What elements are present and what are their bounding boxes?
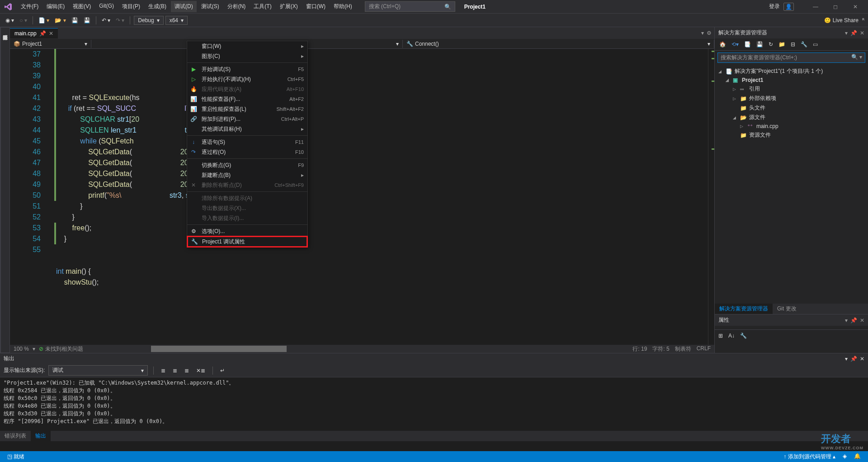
menu-file[interactable]: 文件(F): [17, 1, 42, 12]
menu-view[interactable]: 视图(V): [69, 1, 94, 12]
close-button[interactable]: ✕: [846, 0, 864, 13]
indent-mode[interactable]: 制表符: [675, 345, 691, 353]
menu-item[interactable]: ↓逐语句(S)F11: [187, 137, 307, 147]
sync-icon[interactable]: ⟲▾: [730, 40, 741, 48]
menu-extensions[interactable]: 扩展(X): [276, 1, 302, 12]
pin-icon[interactable]: 📌: [850, 356, 857, 362]
headers-node[interactable]: 📁头文件: [715, 103, 868, 113]
close-panel-icon[interactable]: ✕: [860, 30, 864, 36]
panel-dropdown-icon[interactable]: ▾: [845, 317, 848, 324]
project-node[interactable]: ◢▣Project1: [715, 76, 868, 84]
file-tab-main[interactable]: main.cpp 📌 ✕: [10, 28, 58, 38]
repo-icon[interactable]: ◈: [839, 453, 850, 461]
git-changes-tab[interactable]: Git 更改: [773, 304, 801, 314]
menu-analyze[interactable]: 分析(N): [224, 1, 250, 12]
references-node[interactable]: ▷▫▫引用: [715, 84, 868, 94]
goto-icon[interactable]: ≣: [159, 367, 167, 375]
add-source-control[interactable]: ↑ 添加到源代码管理 ▴: [780, 453, 839, 461]
next-icon[interactable]: ≣: [183, 367, 191, 375]
login-button[interactable]: 登录: [769, 3, 780, 10]
menu-item[interactable]: ▶开始调试(S)F5: [187, 64, 307, 74]
menu-item[interactable]: 切换断点(G)F9: [187, 160, 307, 170]
panel-dropdown-icon[interactable]: ▾: [845, 356, 848, 362]
prev-icon[interactable]: ≣: [171, 367, 179, 375]
menu-item[interactable]: 新建断点(B)▸: [187, 170, 307, 180]
show-all-icon[interactable]: 📁: [777, 40, 787, 48]
refresh-icon[interactable]: ↻: [767, 40, 775, 48]
user-icon[interactable]: 👤: [783, 3, 794, 11]
save-button[interactable]: 💾: [70, 16, 80, 24]
eol-mode[interactable]: CRLF: [697, 345, 711, 353]
menu-window[interactable]: 窗口(W): [302, 1, 329, 12]
main-cpp-node[interactable]: ▷⁺⁺main.cpp: [715, 122, 868, 130]
menu-item[interactable]: 🔗附加到进程(P)...Ctrl+Alt+P: [187, 114, 307, 124]
branch-icon[interactable]: 📑: [742, 40, 753, 48]
server-explorer-tab[interactable]: 服务器资源管理器: [0, 27, 10, 353]
menu-project[interactable]: 项目(P): [118, 1, 144, 12]
dropdown-icon[interactable]: ▾: [701, 30, 704, 36]
close-panel-icon[interactable]: ✕: [860, 356, 864, 362]
pin-icon[interactable]: 📌: [850, 30, 857, 36]
clear-icon[interactable]: ✕≣: [194, 367, 207, 375]
code-editor[interactable]: 37383940414243444546474849505152535455 r…: [10, 49, 714, 345]
nav-project-combo[interactable]: 📦 Project1▾: [10, 40, 91, 48]
close-tab-icon[interactable]: ✕: [49, 30, 53, 37]
minimize-button[interactable]: —: [807, 0, 825, 13]
output-body[interactable]: "Project1.exe"(Win32): 已加载 "C:\Windows\S…: [0, 377, 868, 431]
gear-icon[interactable]: ⚙: [707, 30, 712, 36]
output-source-combo[interactable]: 调试▾: [48, 365, 148, 376]
undo-button[interactable]: ↶ ▾: [100, 16, 112, 24]
nav-fwd-button[interactable]: ○ ▾: [18, 16, 29, 24]
menu-edit[interactable]: 编辑(E): [43, 1, 68, 12]
menu-build[interactable]: 生成(B): [145, 1, 170, 12]
menu-item[interactable]: ↷逐过程(O)F10: [187, 147, 307, 157]
open-button[interactable]: 📂 ▾: [53, 16, 67, 24]
properties-icon[interactable]: 🔧: [799, 40, 809, 48]
platform-combo[interactable]: x64 ▾: [165, 16, 188, 25]
external-deps-node[interactable]: ▷📁外部依赖项: [715, 94, 868, 103]
outline-margin[interactable]: [46, 49, 54, 345]
output-tab[interactable]: 输出: [31, 431, 51, 441]
solution-search[interactable]: 搜索解决方案资源管理器(Ctrl+;) 🔍 ▾: [717, 52, 865, 63]
resources-node[interactable]: 📁资源文件: [715, 130, 868, 140]
menu-item[interactable]: ⚙选项(O)...: [187, 226, 307, 236]
pin-icon[interactable]: 📌: [850, 317, 857, 324]
menu-item[interactable]: 📊性能探查器(F)...Alt+F2: [187, 94, 307, 104]
feedback-icon[interactable]: ᴿ: [862, 17, 864, 24]
save-icon[interactable]: 💾: [755, 40, 765, 48]
save-all-button[interactable]: 💾: [82, 16, 92, 24]
search-box[interactable]: 搜索 (Ctrl+Q) 🔍: [365, 1, 455, 12]
error-list-tab[interactable]: 错误列表: [0, 431, 31, 441]
wrench-icon[interactable]: 🔧: [738, 332, 749, 340]
new-project-button[interactable]: 📄 ▾: [37, 16, 51, 24]
home-icon[interactable]: 🏠: [717, 40, 728, 48]
panel-dropdown-icon[interactable]: ▾: [845, 30, 848, 36]
collapse-icon[interactable]: ⊟: [789, 40, 797, 48]
menu-item[interactable]: 其他调试目标(H)▸: [187, 124, 307, 134]
preview-icon[interactable]: ▭: [811, 40, 820, 48]
nav-member-combo[interactable]: 🔧 Connect()▾: [403, 40, 714, 48]
alpha-icon[interactable]: A↓: [726, 332, 736, 340]
menu-git[interactable]: Git(G): [95, 1, 118, 12]
minimap[interactable]: [708, 49, 714, 345]
menu-tools[interactable]: 工具(T): [250, 1, 275, 12]
toolbox-tab[interactable]: 工具箱: [0, 27, 0, 353]
nav-back-button[interactable]: ◉ ▾: [4, 16, 16, 24]
menu-item[interactable]: ▷开始执行(不调试)(H)Ctrl+F5: [187, 74, 307, 84]
menu-item[interactable]: 🔧Project1 调试属性: [187, 236, 308, 248]
menu-debug[interactable]: 调试(D): [171, 1, 197, 12]
code-content[interactable]: ret = SQLExecute(hs if (ret == SQL_SUCC …: [54, 49, 708, 345]
solution-node[interactable]: ◢📑解决方案"Project1"(1 个项目/共 1 个): [715, 67, 868, 76]
categorize-icon[interactable]: ⊞: [717, 332, 725, 340]
menu-test[interactable]: 测试(S): [198, 1, 223, 12]
menu-item[interactable]: 📊重启性能探查器(L)Shift+Alt+F2: [187, 104, 307, 114]
menu-help[interactable]: 帮助(H): [330, 1, 356, 12]
menu-item[interactable]: 图形(C)▸: [187, 51, 307, 61]
pin-icon[interactable]: 📌: [39, 30, 46, 37]
config-combo[interactable]: Debug ▾: [134, 16, 163, 25]
close-panel-icon[interactable]: ✕: [860, 317, 864, 324]
maximize-button[interactable]: ◻: [826, 0, 844, 13]
live-share-button[interactable]: 🙂 Live Share: [824, 17, 859, 24]
issues-indicator-icon[interactable]: ⊘: [39, 346, 43, 352]
notification-icon[interactable]: 🔔: [850, 453, 864, 461]
